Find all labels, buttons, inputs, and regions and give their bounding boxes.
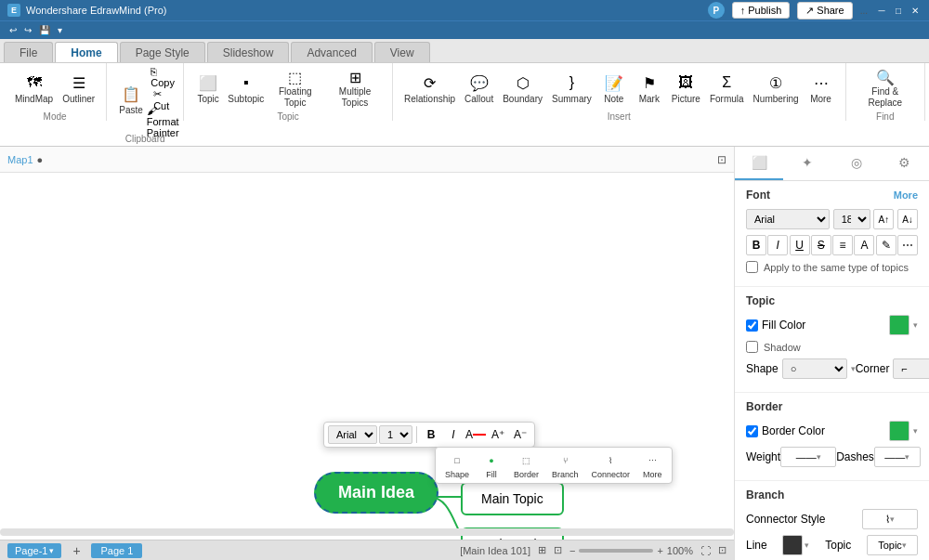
tab-home[interactable]: Home — [55, 42, 117, 62]
format-painter-button[interactable]: 🖌 Format Painter — [150, 111, 176, 132]
panel-font-increase[interactable]: A↑ — [873, 209, 894, 229]
callout-button[interactable]: 💬 Callout — [461, 67, 497, 110]
panel-tab-ai[interactable]: ✦ — [783, 147, 831, 180]
summary-button[interactable]: } Summary — [548, 67, 595, 110]
status-icon-1[interactable]: ⊞ — [538, 544, 546, 556]
fit-button[interactable]: ⊡ — [718, 544, 726, 556]
status-icon-2[interactable]: ⊡ — [554, 544, 562, 556]
panel-bold-button[interactable]: B — [746, 235, 766, 255]
relationship-button[interactable]: ⟳ Relationship — [400, 67, 459, 110]
shape-select[interactable]: ○ — [782, 358, 847, 379]
panel-font-decrease[interactable]: A↓ — [897, 209, 918, 229]
topic-button[interactable]: ⬜ Topic — [191, 67, 225, 110]
zoom-slider[interactable] — [579, 549, 653, 553]
share-button[interactable]: ↗ Share — [797, 2, 852, 20]
panel-font-color-button[interactable]: A — [854, 235, 874, 255]
floating-topic-button[interactable]: ⬚ Floating Topic — [267, 67, 323, 110]
bold-button[interactable]: B — [421, 424, 441, 445]
canvas-main[interactable]: Arial 18 B I A A⁺ A⁻ □ Shape ● — [0, 173, 734, 540]
zoom-out-button[interactable]: − — [569, 545, 575, 556]
more-tool[interactable]: ⋯ More — [639, 449, 666, 481]
panel-strike-button[interactable]: S — [811, 235, 831, 255]
tab-page-style[interactable]: Page Style — [120, 42, 205, 62]
qa-more[interactable]: ▾ — [56, 25, 64, 35]
panel-underline-button[interactable]: U — [790, 235, 810, 255]
fill-color-swatch[interactable] — [889, 315, 909, 335]
user-avatar[interactable]: P — [708, 2, 725, 19]
tab-slideshow[interactable]: Slideshow — [207, 42, 290, 62]
formula-button[interactable]: Σ Formula — [706, 67, 748, 110]
main-idea-node[interactable]: Main Idea — [314, 472, 438, 514]
font-size-select[interactable]: 18 — [379, 425, 412, 444]
current-page-tab[interactable]: Page 1 — [91, 543, 142, 558]
find-replace-button[interactable]: 🔍 Find & Replace — [854, 67, 917, 110]
qa-undo[interactable]: ↩ — [7, 25, 19, 35]
border-dashes-select[interactable]: ——▾ — [874, 447, 921, 467]
connector-tool[interactable]: ⌇ Connector — [588, 449, 635, 481]
border-weight-select[interactable]: ——▾ — [780, 447, 836, 467]
border-color-chevron[interactable]: ▾ — [913, 426, 918, 436]
outliner-button[interactable]: ☰ Outliner — [59, 67, 98, 110]
fill-tool[interactable]: ● Fill — [478, 449, 504, 481]
branch-line-color-swatch[interactable] — [782, 535, 803, 555]
tab-advanced[interactable]: Advanced — [291, 42, 372, 62]
shape-tool[interactable]: □ Shape — [441, 449, 473, 481]
maximize-button[interactable]: □ — [892, 4, 905, 17]
horizontal-scrollbar[interactable] — [0, 528, 734, 536]
tab-view[interactable]: View — [374, 42, 430, 62]
breadcrumb-map[interactable]: Map1 — [7, 154, 33, 165]
panel-tab-settings[interactable]: ⚙ — [881, 147, 929, 180]
font-color-button[interactable]: A — [465, 424, 486, 445]
border-tool[interactable]: ⬚ Border — [510, 449, 543, 481]
panel-tab-location[interactable]: ◎ — [832, 147, 881, 180]
note-button[interactable]: 📝 Note — [597, 67, 631, 110]
panel-italic-button[interactable]: I — [767, 235, 788, 255]
topic-1-box[interactable]: Main Topic — [461, 482, 564, 515]
add-page-button[interactable]: + — [69, 543, 84, 558]
corner-select[interactable]: ⌐ — [893, 358, 929, 379]
connector-style-select[interactable]: ⌇▾ — [862, 509, 918, 529]
page-1-tab[interactable]: Page-1 ▾ — [7, 543, 61, 558]
panel-text-more[interactable]: ⋯ — [897, 235, 918, 255]
font-decrease-button[interactable]: A⁻ — [510, 424, 530, 445]
branch-tool[interactable]: ⑂ Branch — [548, 449, 582, 481]
multiple-topics-button[interactable]: ⊞ Multiple Topics — [325, 67, 385, 110]
close-button[interactable]: ✕ — [909, 4, 922, 17]
boundary-button[interactable]: ⬡ Boundary — [499, 67, 546, 110]
fill-color-checkbox[interactable] — [746, 319, 758, 332]
mindmap-button[interactable]: 🗺 MindMap — [11, 67, 57, 110]
branch-line-color-chevron[interactable]: ▾ — [805, 540, 809, 550]
panel-highlight-button[interactable]: ✎ — [876, 235, 896, 255]
minimize-button[interactable]: ─ — [875, 4, 888, 17]
branch-topic-select[interactable]: Topic▾ — [867, 535, 918, 555]
zoom-in-button[interactable]: + — [657, 545, 662, 556]
qa-redo[interactable]: ↪ — [22, 25, 33, 35]
italic-button[interactable]: I — [443, 424, 464, 445]
mark-button[interactable]: ⚑ Mark — [633, 67, 666, 110]
numbering-button[interactable]: ① Numbering — [750, 67, 803, 110]
tab-file[interactable]: File — [4, 42, 53, 62]
font-family-select[interactable]: Arial — [328, 425, 377, 444]
panel-align-button[interactable]: ≡ — [832, 235, 853, 255]
border-color-checkbox[interactable] — [746, 425, 758, 437]
shadow-checkbox[interactable] — [746, 341, 758, 353]
font-increase-button[interactable]: A⁺ — [488, 424, 508, 445]
picture-button[interactable]: 🖼 Picture — [668, 67, 704, 110]
fill-color-chevron[interactable]: ▾ — [913, 320, 918, 330]
border-color-swatch[interactable] — [889, 421, 909, 441]
main-idea-box[interactable]: Main Idea — [314, 472, 438, 514]
paste-button[interactable]: 📋 Paste — [114, 78, 148, 121]
fullscreen-button[interactable]: ⛶ — [700, 545, 711, 556]
topic-1-node[interactable]: Main Topic — [461, 482, 564, 515]
apply-same-checkbox[interactable] — [746, 261, 758, 273]
qa-save[interactable]: 💾 — [37, 25, 52, 35]
subtopic-button[interactable]: ▪ Subtopic — [227, 67, 265, 110]
panel-font-family-select[interactable]: Arial — [746, 209, 830, 229]
font-more-link[interactable]: More — [894, 189, 918, 201]
publish-button[interactable]: ↑ Publish — [732, 2, 791, 19]
more-button[interactable]: ... — [860, 6, 868, 16]
more-insert-button[interactable]: ⋯ More — [805, 67, 838, 110]
collapse-panel-button[interactable]: ⊡ — [717, 153, 726, 166]
panel-tab-format[interactable]: ⬜ — [735, 147, 783, 180]
panel-font-size-select[interactable]: 18 — [833, 209, 870, 229]
